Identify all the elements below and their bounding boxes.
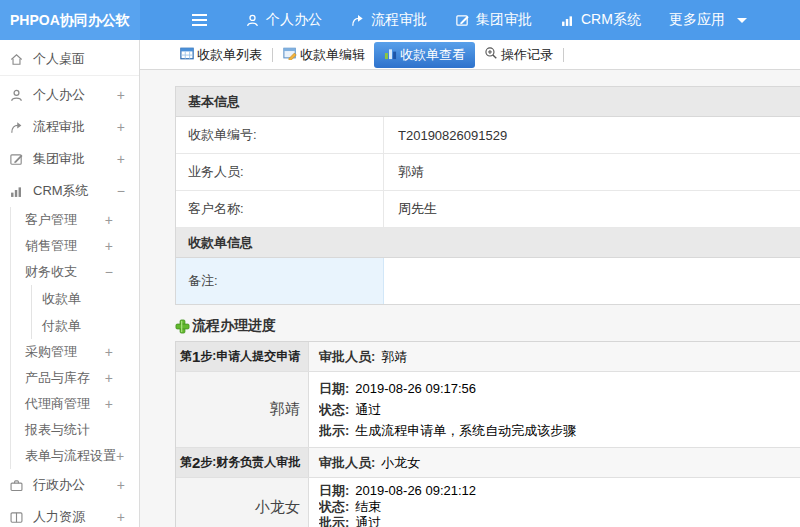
process-step-header: 第2步:财务负责人审批 审批人员: 小龙女 <box>176 448 800 478</box>
crm-submenu: 客户管理 + 销售管理 + 财务收支 − 收款单 付款单 采购管理 <box>10 207 139 469</box>
sidebar-item-agent-mgmt[interactable]: 代理商管理 + <box>11 391 139 417</box>
caret-down-icon <box>737 18 747 23</box>
handler-name: 郭靖 <box>176 372 309 447</box>
approver-name: 郭靖 <box>381 348 407 366</box>
process-table: 第1步:申请人提交申请 审批人员: 郭靖 郭靖 日期:2019-08-26 09… <box>175 341 800 527</box>
person-icon <box>245 13 260 28</box>
step-comment: 生成流程申请单，系统自动完成该步骤 <box>355 423 576 438</box>
step-status: 结束 <box>355 499 381 514</box>
table-row: 客户名称: 周先生 <box>176 191 800 228</box>
flow-icon <box>350 13 365 28</box>
book-icon <box>9 509 25 525</box>
topbar: PHPOA协同办公软件 个人办公 流程审批 集团审批 CRM系统 更多应用 <box>0 0 800 40</box>
briefcase-icon <box>9 477 25 493</box>
nav-personal-office[interactable]: 个人办公 <box>245 11 322 29</box>
sidebar-item-crm[interactable]: CRM系统 − <box>0 175 139 207</box>
table-row: 业务人员: 郭靖 <box>176 154 800 191</box>
plus-icon <box>175 319 190 334</box>
top-navigation: 个人办公 流程审批 集团审批 CRM系统 更多应用 <box>245 11 775 29</box>
sidebar-item-payment[interactable]: 付款单 <box>32 312 139 339</box>
nav-workflow-approval[interactable]: 流程审批 <box>350 11 427 29</box>
step-number: 1 <box>192 348 200 365</box>
table-row: 收款单编号: T20190826091529 <box>176 117 800 154</box>
table-row: 备注: <box>176 258 800 304</box>
home-icon <box>9 51 25 67</box>
sidebar-item-hr[interactable]: 人力资源 + <box>0 501 139 527</box>
sidebar-item-personal-office[interactable]: 个人办公 + <box>0 79 139 111</box>
step-date: 2019-08-26 09:17:56 <box>355 381 476 396</box>
chart-icon <box>560 13 575 28</box>
step-date: 2019-08-26 09:21:12 <box>355 483 476 498</box>
process-step-detail: 小龙女 日期:2019-08-26 09:21:12 状态:结束 批示:通过 <box>176 478 800 527</box>
customer-name-value: 周先生 <box>384 191 800 227</box>
nav-crm[interactable]: CRM系统 <box>560 11 641 29</box>
tab-receipt-edit[interactable]: 收款单编辑 <box>278 43 370 67</box>
step-status: 通过 <box>355 402 381 417</box>
process-step-header: 第1步:申请人提交申请 审批人员: 郭靖 <box>176 342 800 372</box>
sidebar-item-sales-mgmt[interactable]: 销售管理 + <box>11 233 139 259</box>
receipt-detail-table: 基本信息 收款单编号: T20190826091529 业务人员: 郭靖 客户名… <box>175 86 800 305</box>
tab-receipt-view[interactable]: 收款单查看 <box>374 42 475 68</box>
tab-operation-log[interactable]: 操作记录 <box>479 43 558 67</box>
tabbar: 收款单列表 收款单编辑 收款单查看 操作记录 <box>140 40 800 70</box>
receipt-info-header: 收款单信息 <box>176 228 800 258</box>
chart-icon <box>9 183 25 199</box>
tab-separator <box>272 48 273 62</box>
sidebar-item-product-inventory[interactable]: 产品与库存 + <box>11 365 139 391</box>
process-section-title: 流程办理进度 <box>175 317 800 335</box>
table-icon <box>180 47 194 63</box>
nav-more-apps[interactable]: 更多应用 <box>669 11 747 29</box>
sidebar-item-receipt[interactable]: 收款单 <box>32 285 139 312</box>
sidebar-item-customer-mgmt[interactable]: 客户管理 + <box>11 207 139 233</box>
tab-separator <box>563 48 564 62</box>
step-comment: 通过 <box>355 515 381 527</box>
handler-name: 小龙女 <box>176 478 309 527</box>
sidebar-item-group-approval[interactable]: 集团审批 + <box>0 143 139 175</box>
sidebar-item-purchase[interactable]: 采购管理 + <box>11 339 139 365</box>
table-edit-icon <box>283 47 297 63</box>
menu-icon[interactable] <box>192 14 207 26</box>
sidebar-item-form-flow-settings[interactable]: 表单与流程设置 + <box>11 443 139 469</box>
nav-group-approval[interactable]: 集团审批 <box>455 11 532 29</box>
step-number: 2 <box>192 454 200 471</box>
tab-receipt-list[interactable]: 收款单列表 <box>175 43 267 67</box>
salesperson-value: 郭靖 <box>384 154 800 190</box>
sidebar-item-personal-desktop[interactable]: 个人桌面 <box>0 43 139 76</box>
finance-submenu: 收款单 付款单 <box>31 285 139 339</box>
app-logo: PHPOA协同办公软件 <box>0 0 140 40</box>
sidebar-item-workflow-approval[interactable]: 流程审批 + <box>0 111 139 143</box>
edit-icon <box>455 13 470 28</box>
note-value <box>384 258 800 304</box>
sidebar-item-reports[interactable]: 报表与统计 <box>11 417 139 443</box>
receipt-number-value: T20190826091529 <box>384 117 800 153</box>
chart-blocks-icon <box>384 47 397 63</box>
zoom-in-icon <box>484 46 498 63</box>
main-panel: 基本信息 收款单编号: T20190826091529 业务人员: 郭靖 客户名… <box>140 70 800 527</box>
basic-info-header: 基本信息 <box>176 87 800 117</box>
sidebar: 个人桌面 个人办公 + 流程审批 + 集团审批 + CRM系统 − 客户管理 + <box>0 40 140 527</box>
approver-name: 小龙女 <box>381 454 420 472</box>
edit-icon <box>9 151 25 167</box>
person-icon <box>9 87 25 103</box>
process-step-detail: 郭靖 日期:2019-08-26 09:17:56 状态:通过 批示:生成流程申… <box>176 372 800 448</box>
sidebar-item-finance[interactable]: 财务收支 − <box>11 259 139 285</box>
flow-icon <box>9 119 25 135</box>
sidebar-item-admin-office[interactable]: 行政办公 + <box>0 469 139 501</box>
content-area: 收款单列表 收款单编辑 收款单查看 操作记录 基本信息 收款单编号: <box>140 40 800 527</box>
